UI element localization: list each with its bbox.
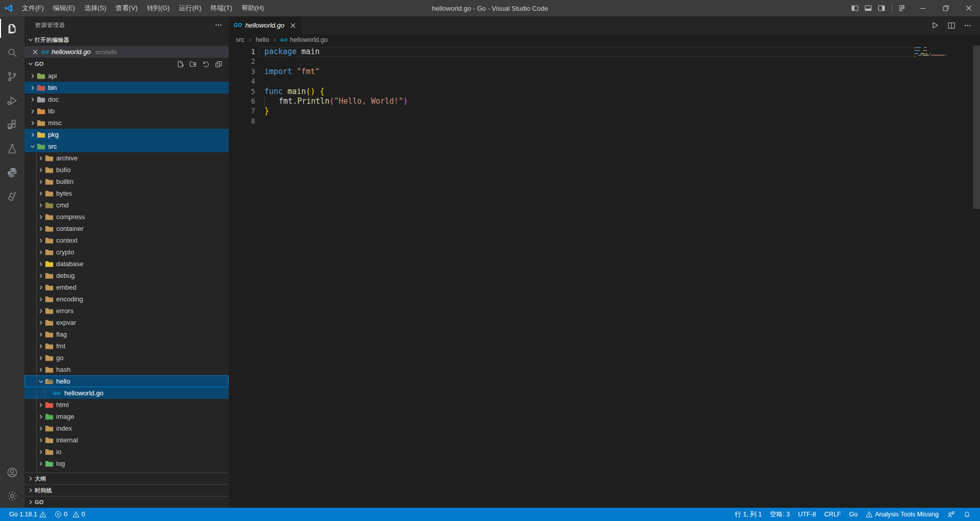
tree-item-log[interactable]: log xyxy=(24,458,229,469)
search-icon xyxy=(6,46,18,59)
tree-item-embed[interactable]: embed xyxy=(24,281,229,293)
activity-accounts[interactable] xyxy=(0,461,24,484)
activity-python[interactable] xyxy=(0,160,24,184)
tree-item-helloworld.go[interactable]: GOhelloworld.go xyxy=(24,387,229,399)
tree-item-lib[interactable]: lib xyxy=(24,105,229,117)
tree-item-crypto[interactable]: crypto xyxy=(24,246,229,258)
tree-item-container[interactable]: container xyxy=(24,223,229,234)
tree-item-src[interactable]: src xyxy=(24,140,229,152)
tree-item-io[interactable]: io xyxy=(24,446,229,458)
chevron-right-icon xyxy=(29,120,37,127)
status-eol[interactable]: CRLF xyxy=(820,508,845,521)
tree-item-encoding[interactable]: encoding xyxy=(24,293,229,305)
tree-item-flag[interactable]: flag xyxy=(24,328,229,340)
tree-item-bufio[interactable]: bufio xyxy=(24,164,229,176)
explorer-more-actions-icon[interactable] xyxy=(212,20,225,30)
status-cursor-position[interactable]: 行 1, 列 1 xyxy=(731,508,766,521)
status-problems[interactable]: 00 xyxy=(51,508,89,521)
breadcrumb-file[interactable]: helloworld.go xyxy=(290,36,328,43)
new-file-icon[interactable] xyxy=(177,60,184,68)
tree-item-doc[interactable]: doc xyxy=(24,93,229,105)
close-editor-icon[interactable] xyxy=(32,49,39,56)
activity-run-and-debug[interactable] xyxy=(0,88,24,112)
tree-item-hello[interactable]: hello xyxy=(24,375,229,387)
folder-icon xyxy=(45,214,55,221)
tree-item-html[interactable]: html xyxy=(24,399,229,411)
activity-test-adapter[interactable] xyxy=(0,184,24,208)
menu-item-6[interactable]: 终端(T) xyxy=(206,0,237,16)
open-editor-item[interactable]: GO helloworld.go src\hello xyxy=(24,46,229,58)
chevron-right-icon xyxy=(37,167,45,174)
open-editors-header[interactable]: 打开的编辑器 xyxy=(24,34,229,46)
breadcrumb-hello[interactable]: hello xyxy=(256,36,269,43)
tree-item-fmt[interactable]: fmt xyxy=(24,340,229,352)
tree-item-database[interactable]: database xyxy=(24,258,229,270)
status-notifications[interactable] xyxy=(959,508,975,521)
tree-item-errors[interactable]: errors xyxy=(24,305,229,317)
menu-item-2[interactable]: 选择(S) xyxy=(80,0,111,16)
tree-item-math[interactable]: math xyxy=(24,469,229,472)
menu-item-4[interactable]: 转到(G) xyxy=(142,0,175,16)
more-icon[interactable] xyxy=(964,21,972,30)
menu-item-3[interactable]: 查看(V) xyxy=(111,0,142,16)
status-indentation[interactable]: 空格: 3 xyxy=(766,508,794,521)
tree-item-image[interactable]: image xyxy=(24,411,229,422)
run-icon[interactable] xyxy=(930,21,939,30)
tree-item-builtin[interactable]: builtin xyxy=(24,176,229,187)
activity-settings[interactable] xyxy=(0,484,24,508)
code-editor[interactable]: 1package main23import "fmt"45func main()… xyxy=(229,45,980,508)
split-editor-icon[interactable] xyxy=(947,21,955,30)
activity-extensions[interactable] xyxy=(0,112,24,136)
tree-item-cmd[interactable]: cmd xyxy=(24,199,229,211)
menu-item-5[interactable]: 运行(R) xyxy=(174,0,206,16)
tree-item-misc[interactable]: misc xyxy=(24,117,229,129)
toggle-sidebar-icon[interactable] xyxy=(849,3,861,14)
tree-item-context[interactable]: context xyxy=(24,234,229,246)
toggle-secondary-sidebar-icon[interactable] xyxy=(876,3,887,14)
close-tab-icon[interactable] xyxy=(289,22,297,29)
tree-item-label: image xyxy=(56,413,74,420)
outline-section[interactable]: 大纲 xyxy=(24,472,229,484)
menu-item-0[interactable]: 文件(F) xyxy=(17,0,48,16)
folder-section-header[interactable]: GO xyxy=(24,58,229,70)
timeline-section[interactable]: 时间线 xyxy=(24,484,229,496)
tab-helloworld[interactable]: GO helloworld.go xyxy=(229,16,302,34)
menu-item-7[interactable]: 帮助(H) xyxy=(237,0,268,16)
tree-item-pkg[interactable]: pkg xyxy=(24,129,229,140)
folder-icon xyxy=(45,190,55,197)
tree-item-compress[interactable]: compress xyxy=(24,211,229,223)
new-folder-icon[interactable] xyxy=(189,60,197,68)
activity-testing[interactable] xyxy=(0,136,24,160)
toggle-panel-icon[interactable] xyxy=(863,3,874,14)
menu-item-1[interactable]: 编辑(E) xyxy=(48,0,80,16)
refresh-icon[interactable] xyxy=(202,60,210,68)
close-window-button[interactable] xyxy=(957,0,980,16)
status-go-version[interactable]: Go 1.18.1 xyxy=(5,508,51,521)
tree-item-expvar[interactable]: expvar xyxy=(24,317,229,328)
tree-item-internal[interactable]: internal xyxy=(24,434,229,446)
activity-source-control[interactable] xyxy=(0,64,24,88)
status-language-mode[interactable]: Go xyxy=(845,508,862,521)
breadcrumb-src[interactable]: src xyxy=(236,36,244,43)
tree-item-debug[interactable]: debug xyxy=(24,270,229,281)
tree-item-archive[interactable]: archive xyxy=(24,152,229,164)
status-analysis-tools[interactable]: Analysis Tools Missing xyxy=(862,508,943,521)
status-encoding[interactable]: UTF-8 xyxy=(794,508,820,521)
restore-button[interactable] xyxy=(934,0,957,16)
minimize-button[interactable] xyxy=(911,0,934,16)
customize-layout-icon[interactable] xyxy=(897,3,908,14)
tree-item-index[interactable]: index xyxy=(24,422,229,434)
tree-item-bin[interactable]: bin xyxy=(24,82,229,93)
chevron-right-icon xyxy=(37,307,45,315)
activity-search[interactable] xyxy=(0,40,24,64)
activity-explorer[interactable] xyxy=(0,16,24,40)
collapse-all-icon[interactable] xyxy=(215,60,223,68)
tree-item-bytes[interactable]: bytes xyxy=(24,187,229,199)
sidebar-title: 资源管理器 xyxy=(35,21,65,29)
tree-item-go[interactable]: go xyxy=(24,352,229,364)
tree-item-api[interactable]: api xyxy=(24,70,229,82)
go-section[interactable]: GO xyxy=(24,496,229,508)
status-feedback[interactable] xyxy=(943,508,959,521)
tree-item-hash[interactable]: hash xyxy=(24,364,229,375)
indent-guide xyxy=(29,164,37,176)
